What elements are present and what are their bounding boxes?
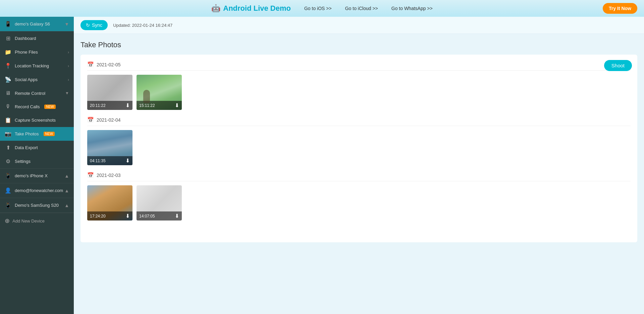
sidebar-item-settings[interactable]: ⚙ Settings: [0, 154, 74, 168]
device-phone-icon: 📱: [5, 21, 11, 27]
goto-ios-link[interactable]: Go to iOS >>: [304, 6, 332, 11]
device-iphone-x[interactable]: 📱 demo's iPhone X ▲: [0, 169, 74, 183]
main-layout: 📱 demo's Galaxy S6 ▼ ⊞ Dashboard 📁 Phone…: [0, 17, 644, 314]
photo-time: 04:11:35: [90, 159, 106, 163]
top-header: 🤖 Android Live Demo Go to iOS >> Go to i…: [0, 0, 644, 17]
date-section-1: 📅 2021-02-05 20:11:22 ⬇ 15:11:22: [87, 61, 631, 110]
photos-container: Shoot 📅 2021-02-05 20:11:22 ⬇: [80, 55, 637, 242]
photos-grid: 04:11:35 ⬇: [87, 130, 631, 165]
user-icon: 👤: [5, 187, 11, 194]
sidebar-item-data-export[interactable]: ⬆ Data Export: [0, 141, 74, 154]
download-icon[interactable]: ⬇: [175, 102, 179, 109]
settings-icon: ⚙: [5, 158, 11, 165]
shoot-button[interactable]: Shoot: [604, 60, 632, 71]
date-section-3: 📅 2021-02-03 17:24:20 ⬇ 14:07:05: [87, 172, 631, 221]
download-icon[interactable]: ⬇: [125, 102, 130, 109]
photo-thumb[interactable]: 14:07:05 ⬇: [137, 185, 182, 221]
record-calls-icon: 🎙: [5, 104, 11, 110]
brand: 🤖 Android Live Demo: [211, 4, 291, 13]
page-title: Take Photos: [80, 41, 637, 49]
calendar-icon: 📅: [87, 117, 94, 123]
screenshot-icon: 📋: [5, 117, 11, 123]
sidebar-item-remote-control[interactable]: 🖥 Remote Control ▼: [0, 86, 74, 100]
remote-control-icon: 🖥: [5, 90, 11, 96]
sidebar-item-location-tracking[interactable]: 📍 Location Tracking ›: [0, 59, 74, 73]
chevron-down-icon: ▼: [64, 21, 69, 27]
plus-circle-icon: ⊕: [5, 217, 10, 225]
device-phone-icon: 📱: [5, 173, 11, 179]
sync-button[interactable]: ↻ Sync: [80, 20, 108, 30]
android-icon: 🤖: [211, 4, 220, 13]
social-apps-icon: 📡: [5, 76, 11, 83]
sidebar-item-dashboard[interactable]: ⊞ Dashboard: [0, 32, 74, 45]
toolbar: ↻ Sync Updated: 2022-01-24 16:24:47: [74, 17, 644, 34]
calendar-icon: 📅: [87, 172, 94, 178]
sidebar-item-capture-screenshots[interactable]: 📋 Capture Screenshots: [0, 113, 74, 127]
photo-time: 14:07:05: [139, 214, 155, 218]
date-label: 2021-02-04: [97, 117, 121, 123]
download-icon[interactable]: ⬇: [125, 158, 130, 164]
date-section-2: 📅 2021-02-04 04:11:35 ⬇: [87, 117, 631, 165]
phone-files-icon: 📁: [5, 49, 11, 55]
chevron-up-icon: ▲: [64, 188, 69, 193]
device-phone-icon: 📱: [5, 202, 11, 208]
sync-icon: ↻: [86, 22, 90, 28]
photo-thumb[interactable]: 04:11:35 ⬇: [87, 130, 132, 165]
device-samsung-s20[interactable]: 📱 Demo's SamSung S20 ▲: [0, 198, 74, 213]
download-icon[interactable]: ⬇: [125, 213, 130, 219]
brand-name: Android Live Demo: [223, 4, 291, 13]
photos-grid: 20:11:22 ⬇ 15:11:22 ⬇: [87, 75, 631, 110]
device-email[interactable]: 👤 demo@fonewatcher.com ▲: [0, 183, 74, 198]
main-content: Take Photos Shoot 📅 2021-02-05 20:11:22 …: [74, 34, 644, 314]
camera-icon: 📷: [5, 131, 11, 137]
updated-timestamp: Updated: 2022-01-24 16:24:47: [113, 23, 172, 28]
photo-time: 17:24:20: [90, 214, 106, 218]
sidebar-item-social-apps[interactable]: 📡 Social Apps ›: [0, 73, 74, 86]
sidebar-item-take-photos[interactable]: 📷 Take Photos NEW: [0, 127, 74, 141]
location-icon: 📍: [5, 63, 11, 69]
chevron-up-icon: ▲: [64, 203, 69, 208]
dashboard-icon: ⊞: [5, 35, 11, 42]
chevron-right-icon: ›: [68, 77, 69, 82]
goto-whatsapp-link[interactable]: Go to WhatsApp >>: [391, 6, 433, 11]
chevron-down-icon: ▼: [65, 91, 69, 96]
date-label: 2021-02-05: [97, 62, 121, 67]
download-icon[interactable]: ⬇: [175, 213, 179, 219]
chevron-right-icon: ›: [68, 50, 69, 55]
photo-thumb[interactable]: 17:24:20 ⬇: [87, 185, 132, 221]
photos-grid: 17:24:20 ⬇ 14:07:05 ⬇: [87, 185, 631, 221]
new-badge: NEW: [44, 132, 55, 136]
photo-time: 15:11:22: [139, 103, 155, 108]
sidebar-item-record-calls[interactable]: 🎙 Record Calls NEW: [0, 100, 74, 113]
chevron-up-icon: ▲: [64, 173, 69, 179]
date-label: 2021-02-03: [97, 173, 121, 178]
photo-thumb[interactable]: 20:11:22 ⬇: [87, 75, 132, 110]
sidebar: 📱 demo's Galaxy S6 ▼ ⊞ Dashboard 📁 Phone…: [0, 17, 74, 314]
goto-icloud-link[interactable]: Go to iCloud >>: [345, 6, 378, 11]
sidebar-item-phone-files[interactable]: 📁 Phone Files ›: [0, 45, 74, 59]
new-badge: NEW: [44, 105, 55, 109]
calendar-icon: 📅: [87, 61, 94, 68]
chevron-right-icon: ›: [68, 64, 69, 68]
content-area: ↻ Sync Updated: 2022-01-24 16:24:47 Take…: [74, 17, 644, 314]
photo-time: 20:11:22: [90, 103, 106, 108]
device-galaxy-s6[interactable]: 📱 demo's Galaxy S6 ▼: [0, 17, 74, 32]
try-it-now-button[interactable]: Try It Now: [603, 3, 637, 14]
add-new-device-button[interactable]: ⊕ Add New Device: [0, 213, 74, 229]
export-icon: ⬆: [5, 144, 11, 151]
photo-thumb[interactable]: 15:11:22 ⬇: [137, 75, 182, 110]
